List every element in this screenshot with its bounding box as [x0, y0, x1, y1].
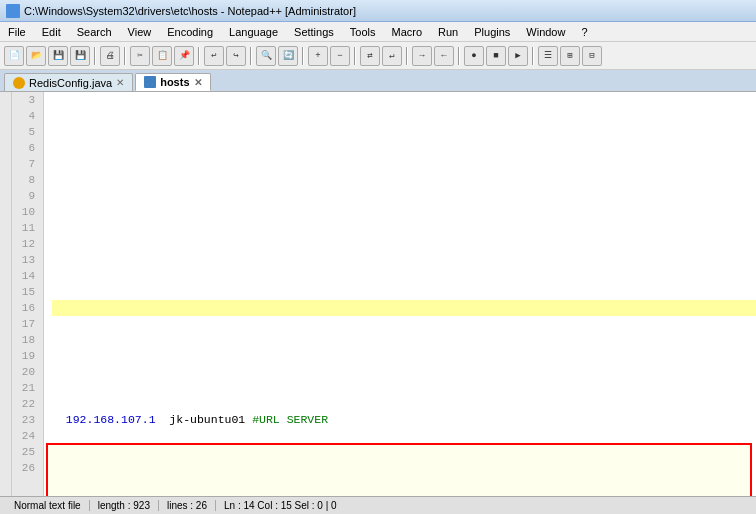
tb-misc2[interactable]: ⊞	[560, 46, 580, 66]
menu-item-language[interactable]: Language	[221, 24, 286, 40]
menu-item-macro[interactable]: Macro	[383, 24, 430, 40]
menu-item-plugins[interactable]: Plugins	[466, 24, 518, 40]
tb-zoomin[interactable]: +	[308, 46, 328, 66]
tb-indent[interactable]: →	[412, 46, 432, 66]
tb-sep5	[302, 47, 304, 65]
code-line-8	[52, 204, 756, 220]
line-number-22: 22	[12, 396, 39, 412]
tb-sep6	[354, 47, 356, 65]
tb-replace[interactable]: 🔄	[278, 46, 298, 66]
code-line-24	[52, 460, 756, 476]
menu-item-?[interactable]: ?	[573, 24, 595, 40]
line-number-4: 4	[12, 108, 39, 124]
code-line-26	[52, 492, 756, 496]
menu-item-view[interactable]: View	[120, 24, 160, 40]
tab-hosts-close[interactable]: ✕	[194, 77, 202, 88]
tb-word-wrap[interactable]: ↵	[382, 46, 402, 66]
line-number-26: 26	[12, 460, 39, 476]
code-line-12	[52, 268, 756, 284]
tb-saveall[interactable]: 💾	[70, 46, 90, 66]
line-number-10: 10	[12, 204, 39, 220]
code-line-17	[52, 348, 756, 364]
code-line-15	[52, 316, 756, 332]
tb-zoomout[interactable]: −	[330, 46, 350, 66]
tb-misc1[interactable]: ☰	[538, 46, 558, 66]
tb-redo[interactable]: ↪	[226, 46, 246, 66]
tb-dedent[interactable]: ←	[434, 46, 454, 66]
line-number-7: 7	[12, 156, 39, 172]
tb-macro2[interactable]: ■	[486, 46, 506, 66]
line-number-11: 11	[12, 220, 39, 236]
tab-hosts[interactable]: hosts ✕	[135, 73, 210, 91]
tb-sync[interactable]: ⇄	[360, 46, 380, 66]
line-number-16: 16	[12, 300, 39, 316]
code-line-18	[52, 364, 756, 380]
status-position: Ln : 14 Col : 15 Sel : 0 | 0	[216, 500, 345, 511]
menu-item-run[interactable]: Run	[430, 24, 466, 40]
java-icon	[13, 77, 25, 89]
line-number-15: 15	[12, 284, 39, 300]
line-number-9: 9	[12, 188, 39, 204]
line-numbers: 3456789101112131415161718192021222324252…	[12, 92, 44, 496]
line-number-8: 8	[12, 172, 39, 188]
code-line-3	[52, 124, 756, 140]
tb-sep7	[406, 47, 408, 65]
menu-item-tools[interactable]: Tools	[342, 24, 384, 40]
menu-item-edit[interactable]: Edit	[34, 24, 69, 40]
tb-save[interactable]: 💾	[48, 46, 68, 66]
tb-sep1	[94, 47, 96, 65]
app-icon	[6, 4, 20, 18]
line-number-19: 19	[12, 348, 39, 364]
toolbar: 📄 📂 💾 💾 🖨 ✂ 📋 📌 ↩ ↪ 🔍 🔄 + − ⇄ ↵ → ← ● ■ …	[0, 42, 756, 70]
tab-hosts-label: hosts	[160, 76, 189, 88]
code-line-9	[52, 220, 756, 236]
code-area[interactable]: 192.168.107.1 jk-ubuntu01 #URL SERVER	[44, 92, 756, 496]
status-lines: lines : 26	[159, 500, 216, 511]
menu-bar: FileEditSearchViewEncodingLanguageSettin…	[0, 22, 756, 42]
line-number-24: 24	[12, 428, 39, 444]
line-number-18: 18	[12, 332, 39, 348]
tb-cut[interactable]: ✂	[130, 46, 150, 66]
code-line-20	[52, 396, 756, 412]
tb-find[interactable]: 🔍	[256, 46, 276, 66]
code-line-7	[52, 188, 756, 204]
code-line-6	[52, 172, 756, 188]
tab-redis-close[interactable]: ✕	[116, 77, 124, 88]
tb-macro3[interactable]: ▶	[508, 46, 528, 66]
menu-item-search[interactable]: Search	[69, 24, 120, 40]
code-line-4	[52, 140, 756, 156]
line-number-5: 5	[12, 124, 39, 140]
code-line-16	[52, 332, 756, 348]
line-number-6: 6	[12, 140, 39, 156]
line-number-25: 25	[12, 444, 39, 460]
tb-new[interactable]: 📄	[4, 46, 24, 66]
menu-item-window[interactable]: Window	[518, 24, 573, 40]
hosts-icon	[144, 76, 156, 88]
tb-macro[interactable]: ●	[464, 46, 484, 66]
tab-redis[interactable]: RedisConfig.java ✕	[4, 73, 133, 91]
title-text: C:\Windows\System32\drivers\etc\hosts - …	[24, 5, 356, 17]
line-number-3: 3	[12, 92, 39, 108]
line-number-14: 14	[12, 268, 39, 284]
title-bar: C:\Windows\System32\drivers\etc\hosts - …	[0, 0, 756, 22]
status-length: length : 923	[90, 500, 159, 511]
tb-paste[interactable]: 📌	[174, 46, 194, 66]
line-number-23: 23	[12, 412, 39, 428]
tb-undo[interactable]: ↩	[204, 46, 224, 66]
line-number-17: 17	[12, 316, 39, 332]
tb-misc3[interactable]: ⊟	[582, 46, 602, 66]
tb-sep9	[532, 47, 534, 65]
menu-item-encoding[interactable]: Encoding	[159, 24, 221, 40]
tb-sep8	[458, 47, 460, 65]
menu-item-file[interactable]: File	[0, 24, 34, 40]
menu-item-settings[interactable]: Settings	[286, 24, 342, 40]
tb-print[interactable]: 🖨	[100, 46, 120, 66]
fold-margin	[0, 92, 12, 496]
code-line-21: 192.168.107.1 jk-ubuntu01 #URL SERVER	[52, 412, 756, 428]
tb-sep2	[124, 47, 126, 65]
tb-copy[interactable]: 📋	[152, 46, 172, 66]
code-line-25	[52, 476, 756, 492]
tb-open[interactable]: 📂	[26, 46, 46, 66]
code-line-19	[52, 380, 756, 396]
code-line-22	[52, 428, 756, 444]
